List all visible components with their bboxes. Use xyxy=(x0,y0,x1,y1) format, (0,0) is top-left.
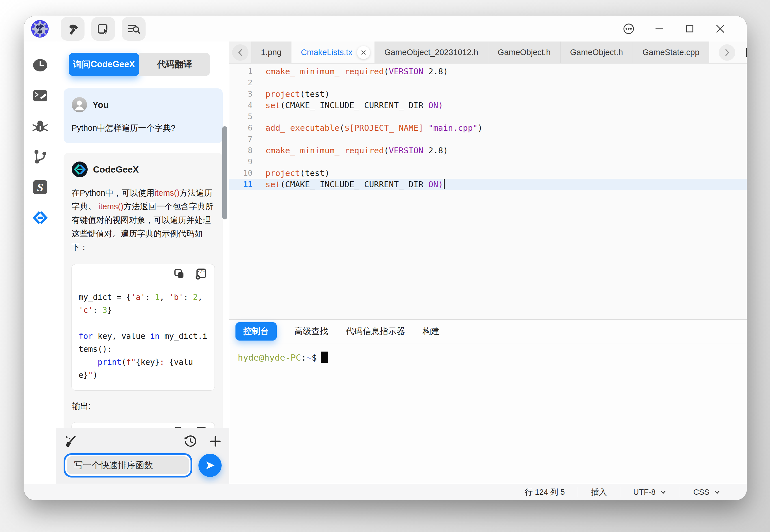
bottom-tab-1[interactable]: 高级查找 xyxy=(294,322,328,341)
code-line xyxy=(79,317,208,330)
editor-line-2[interactable]: 2 xyxy=(229,77,747,88)
copy-code-icon[interactable] xyxy=(173,268,185,280)
build-button[interactable] xyxy=(61,17,84,41)
split-horizontal-icon[interactable] xyxy=(745,46,747,59)
language-selector[interactable]: CSS xyxy=(693,488,721,497)
editor-tab-2[interactable]: GameObject_20231012.h xyxy=(375,42,488,63)
run-button[interactable] xyxy=(91,17,115,41)
chat-input[interactable] xyxy=(67,456,189,474)
chevron-right-icon xyxy=(719,44,735,61)
svn-icon: S xyxy=(32,179,48,195)
chat-mode-tabs: 询问CodeGeeX代码翻译 xyxy=(69,53,223,76)
output-label: 输出: xyxy=(72,401,215,412)
chat-scroll-area[interactable]: 询问CodeGeeX代码翻译 You Pyt xyxy=(56,42,229,428)
terminal-edit-icon xyxy=(32,88,48,104)
sidebar-item-svn[interactable]: S xyxy=(31,178,49,196)
search-in-files-button[interactable] xyxy=(122,17,145,41)
new-chat-icon[interactable] xyxy=(209,435,222,448)
history-icon[interactable] xyxy=(184,435,197,448)
bottom-tab-3[interactable]: 构建 xyxy=(423,322,440,341)
insert-code-icon[interactable]: </> xyxy=(195,426,207,428)
tabs-scroll-left-button[interactable] xyxy=(229,42,251,63)
insert-code-icon[interactable]: </> xyxy=(195,267,207,280)
sidebar-item-history[interactable] xyxy=(31,56,49,74)
close-button[interactable] xyxy=(710,19,730,39)
activity-bar: S xyxy=(24,42,56,484)
ellipsis-circle-icon xyxy=(623,23,634,34)
code-line: my_dict = {'a': 1, 'b': 2, 'c': 3} xyxy=(79,291,208,317)
status-bar: 行 124 列 5 插入 UTF-8 CSS xyxy=(24,484,747,500)
editor-tab-5[interactable]: GameState.cpp xyxy=(633,42,710,63)
editor-line-5[interactable]: 5 xyxy=(229,111,747,122)
chevron-down-icon xyxy=(714,489,721,496)
text-cursor xyxy=(444,179,445,189)
chat-input-area xyxy=(56,428,229,484)
run-icon xyxy=(97,22,110,35)
maximize-button[interactable] xyxy=(680,19,700,39)
code-line: for key, value in my_dict.items(): xyxy=(79,330,208,356)
editor-line-4[interactable]: 4set(CMAKE_ INCLUDE_ CURRENT_ DIR ON) xyxy=(229,100,747,111)
cursor-position[interactable]: 行 124 列 5 xyxy=(525,487,565,498)
chat-tab-1[interactable]: 代码翻译 xyxy=(139,53,210,76)
terminal[interactable]: hyde@hyde-PC:~$ xyxy=(229,343,747,484)
chat-scrollbar[interactable] xyxy=(222,126,227,219)
tab-close-icon[interactable] xyxy=(357,46,370,59)
clock-icon xyxy=(32,58,48,73)
editor-tab-1[interactable]: CmakeLists.tx xyxy=(292,42,375,63)
editor-line-8[interactable]: 8cmake_ minimum_ required(VERSION 2.8) xyxy=(229,145,747,156)
app-window: S 询问CodeGeeX代码翻译 xyxy=(24,16,747,500)
ai-message-author: CodeGeeX xyxy=(93,164,139,175)
bottom-tab-0[interactable]: 控制台 xyxy=(236,322,277,341)
terminal-cursor xyxy=(321,352,328,363)
minimize-button[interactable] xyxy=(649,19,669,39)
editor-line-3[interactable]: 3project(test) xyxy=(229,88,747,100)
editor-tab-4[interactable]: GameObject.h xyxy=(560,42,633,63)
editor-line-7[interactable]: 7 xyxy=(229,134,747,145)
minimize-icon xyxy=(654,24,664,34)
bottom-tab-2[interactable]: 代码信息指示器 xyxy=(346,322,405,341)
terminal-prompt: hyde@hyde-PC:~$ xyxy=(238,352,317,363)
list-search-icon xyxy=(127,22,140,36)
sidebar-item-source-control[interactable] xyxy=(31,148,49,166)
sidebar-item-debug[interactable] xyxy=(31,117,49,135)
editor-line-10[interactable]: 10project(test) xyxy=(229,167,747,179)
chat-tab-0[interactable]: 询问CodeGeeX xyxy=(69,53,139,76)
chat-output-block: </> a: 1b: 2c: 3 xyxy=(71,422,215,428)
ai-intro-text: 在Python中，可以使用items()方法遍历字典。 items()方法返回一… xyxy=(71,186,215,254)
codegeex-panel: 询问CodeGeeX代码翻译 You Pyt xyxy=(56,42,229,484)
user-avatar xyxy=(71,97,87,113)
user-message-text: Python中怎样遍历一个字典? xyxy=(71,121,215,135)
hammer-icon xyxy=(66,22,79,35)
editor-tab-3[interactable]: GameObject.h xyxy=(488,42,560,63)
close-icon xyxy=(715,24,725,34)
insert-mode-indicator[interactable]: 插入 xyxy=(591,487,607,498)
code-line: print(f"{key}: {value}") xyxy=(79,356,208,382)
editor-line-9[interactable]: 9 xyxy=(229,156,747,167)
editor-tab-0[interactable]: 1.png xyxy=(251,42,292,63)
send-icon xyxy=(205,460,216,471)
editor-line-11[interactable]: 11set(CMAKE_ INCLUDE_ CURRENT_ DIR ON) xyxy=(229,179,747,190)
editor-line-6[interactable]: 6add_ executable($[PROJECT_ NAME] "main.… xyxy=(229,122,747,134)
sidebar-item-terminal-editor[interactable] xyxy=(31,87,49,105)
encoding-selector[interactable]: UTF-8 xyxy=(633,488,667,497)
editor-tabbar: 1.pngCmakeLists.txGameObject_20231012.hG… xyxy=(229,42,747,64)
tabs-scroll-right-button[interactable] xyxy=(719,44,735,61)
ai-message-card: CodeGeeX 在Python中，可以使用items()方法遍历字典。 ite… xyxy=(64,153,223,428)
editor-pane: 1.pngCmakeLists.txGameObject_20231012.hG… xyxy=(229,42,747,484)
copy-code-icon[interactable] xyxy=(173,426,185,428)
bottom-panel-tabs: 控制台高级查找代码信息指示器构建 xyxy=(229,320,747,343)
chevron-left-icon xyxy=(232,44,249,61)
git-branch-icon xyxy=(32,149,48,164)
code-editor[interactable]: 1cmake_ minimum_ required(VERSION 2.8)23… xyxy=(229,64,747,319)
maximize-icon xyxy=(685,24,695,34)
chevron-down-icon xyxy=(660,489,667,496)
sidebar-item-codegeex[interactable] xyxy=(31,209,49,227)
editor-line-1[interactable]: 1cmake_ minimum_ required(VERSION 2.8) xyxy=(229,66,747,77)
chat-input-wrap xyxy=(64,453,192,478)
bug-icon xyxy=(32,118,48,134)
clear-chat-icon[interactable] xyxy=(64,434,78,448)
more-options-button[interactable] xyxy=(619,19,639,39)
send-button[interactable] xyxy=(199,454,222,477)
svg-text:S: S xyxy=(37,181,43,194)
chat-code-content: my_dict = {'a': 1, 'b': 2, 'c': 3} for k… xyxy=(72,283,215,390)
